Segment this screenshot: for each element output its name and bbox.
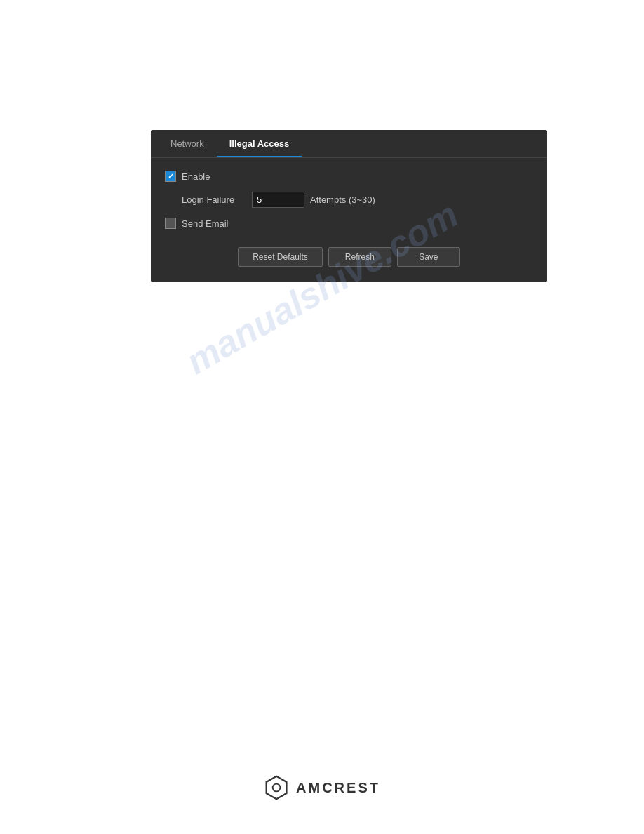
reset-defaults-button[interactable]: Reset Defaults (238, 247, 323, 267)
send-email-label: Send Email (182, 218, 228, 229)
tab-network[interactable]: Network (158, 130, 217, 157)
save-button[interactable]: Save (397, 247, 460, 267)
attempts-label: Attempts (3~30) (310, 194, 375, 205)
content-area: Enable Login Failure Attempts (3~30) Sen… (151, 158, 547, 282)
login-failure-label: Login Failure (182, 194, 252, 205)
login-failure-row: Login Failure Attempts (3~30) (165, 192, 533, 208)
login-failure-input[interactable] (252, 192, 304, 208)
tab-bar: Network Illegal Access (151, 130, 547, 158)
enable-checkbox[interactable] (165, 171, 176, 182)
enable-label: Enable (182, 171, 210, 182)
brand-name: AMCREST (296, 780, 380, 796)
tab-illegal-access[interactable]: Illegal Access (217, 130, 302, 157)
footer-logo: AMCREST (264, 775, 380, 800)
svg-point-1 (273, 784, 281, 792)
enable-row: Enable (165, 171, 533, 182)
page-container: Network Illegal Access Enable Login Fail… (0, 0, 644, 834)
send-email-checkbox[interactable] (165, 218, 176, 229)
refresh-button[interactable]: Refresh (328, 247, 391, 267)
button-row: Reset Defaults Refresh Save (165, 244, 533, 267)
send-email-row: Send Email (165, 218, 533, 229)
amcrest-logo-icon (264, 775, 289, 800)
dialog-panel: Network Illegal Access Enable Login Fail… (151, 130, 547, 282)
svg-marker-0 (267, 776, 287, 799)
